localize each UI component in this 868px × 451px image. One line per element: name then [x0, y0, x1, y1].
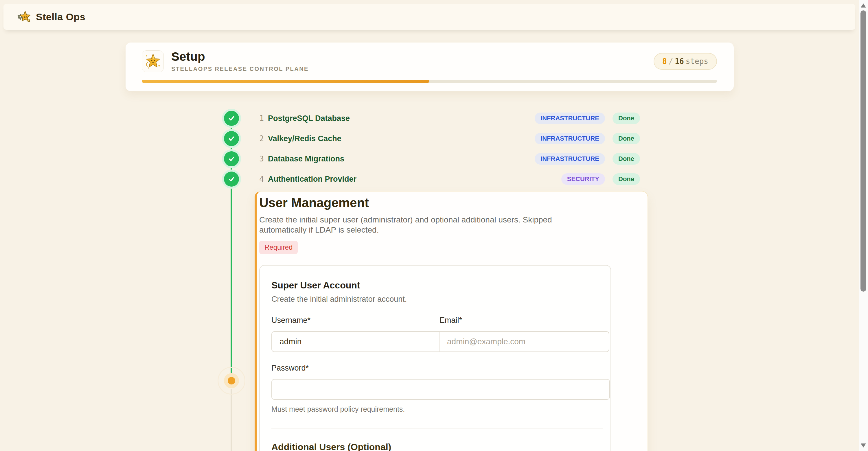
app-title: Stella Ops: [36, 11, 85, 23]
username-label: Username*: [271, 316, 310, 325]
page-title: Setup: [171, 50, 309, 63]
check-icon: [227, 134, 236, 143]
main-content: Setup STELLAOPS RELEASE CONTROL PLANE 8 …: [126, 42, 734, 451]
section-divider: [271, 428, 603, 428]
password-label: Password*: [271, 364, 610, 373]
scrollbar-thumb[interactable]: [861, 10, 866, 292]
check-icon: [227, 114, 236, 123]
completed-steps-list: 1 PostgreSQL Database INFRASTRUCTURE Don…: [126, 108, 640, 189]
setup-step-row[interactable]: 2 Valkey/Redis Cache INFRASTRUCTURE Done: [224, 128, 640, 149]
steps-total-count: 16: [675, 57, 684, 66]
email-label: Email*: [439, 316, 462, 325]
step-category-badge: INFRASTRUCTURE: [535, 133, 605, 144]
current-step-dot-icon: [228, 377, 235, 384]
step-number: 2: [255, 134, 264, 143]
setup-step-row[interactable]: 1 PostgreSQL Database INFRASTRUCTURE Don…: [224, 108, 640, 128]
step-category-badge: INFRASTRUCTURE: [535, 153, 605, 165]
step-check-circle: [224, 111, 239, 126]
step-category-badge: INFRASTRUCTURE: [535, 112, 605, 124]
setup-progress-fill: [142, 80, 429, 83]
app-logo-star-gear-icon: [18, 10, 31, 24]
password-helper-text: Must meet password policy requirements.: [271, 405, 610, 413]
scrollbar-down-arrow-icon[interactable]: [861, 444, 866, 448]
section-title: User Management: [259, 196, 611, 210]
section-description: Create the initial super user (administr…: [259, 215, 580, 235]
email-input[interactable]: [439, 331, 609, 352]
setup-stage: 1 PostgreSQL Database INFRASTRUCTURE Don…: [126, 108, 734, 451]
username-input[interactable]: [271, 331, 439, 352]
check-icon: [227, 174, 236, 184]
step-title: Authentication Provider: [268, 175, 356, 184]
step-number: 1: [255, 114, 264, 123]
step-check-circle: [224, 151, 239, 166]
scrollbar-up-arrow-icon[interactable]: [861, 3, 866, 7]
step-status-badge: Done: [613, 153, 640, 165]
setup-star-logo-icon: [143, 52, 162, 71]
step-number: 3: [255, 155, 264, 163]
step-check-circle: [224, 171, 239, 187]
timeline-upcoming-line: [230, 389, 232, 451]
vertical-scrollbar[interactable]: [859, 0, 868, 451]
step-number: 4: [255, 175, 264, 184]
super-user-form-card: Super User Account Create the initial ad…: [259, 265, 611, 451]
steps-progress-badge: 8 / 16 steps: [654, 53, 717, 70]
required-badge: Required: [259, 241, 298, 254]
step-title: PostgreSQL Database: [268, 114, 350, 123]
additional-users-title: Additional Users (Optional): [271, 442, 610, 451]
password-input[interactable]: [271, 379, 610, 400]
user-management-card: User Management Create the initial super…: [255, 191, 648, 451]
setup-step-row[interactable]: 4 Authentication Provider SECURITY Done: [224, 169, 640, 189]
steps-done-count: 8: [662, 57, 667, 66]
steps-suffix: steps: [686, 57, 708, 66]
step-status-badge: Done: [613, 173, 640, 185]
steps-separator: /: [669, 57, 673, 66]
setup-step-row[interactable]: 3 Database Migrations INFRASTRUCTURE Don…: [224, 149, 640, 169]
setup-header-card: Setup STELLAOPS RELEASE CONTROL PLANE 8 …: [126, 42, 734, 91]
setup-progress-track: [142, 80, 717, 83]
step-check-circle: [224, 131, 239, 146]
app-brand[interactable]: Stella Ops: [18, 10, 85, 24]
setup-logo-tile: [142, 50, 164, 72]
step-title: Database Migrations: [268, 155, 344, 163]
step-status-badge: Done: [613, 112, 640, 124]
page-subtitle: STELLAOPS RELEASE CONTROL PLANE: [171, 66, 309, 72]
top-app-bar: Stella Ops: [3, 4, 855, 30]
super-user-title: Super User Account: [271, 280, 610, 291]
step-category-badge: SECURITY: [561, 173, 605, 185]
check-icon: [227, 154, 236, 163]
super-user-subtitle: Create the initial administrator account…: [271, 295, 610, 304]
step-status-badge: Done: [613, 133, 640, 144]
step-title: Valkey/Redis Cache: [268, 134, 341, 143]
